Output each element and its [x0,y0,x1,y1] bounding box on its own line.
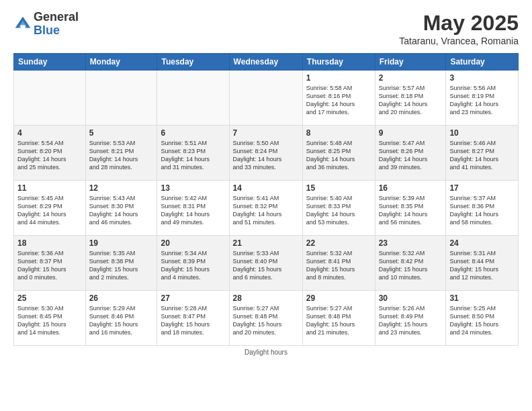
page: General Blue May 2025 Tataranu, Vrancea,… [0,0,532,411]
svg-rect-2 [21,25,26,29]
day-info: Sunrise: 5:34 AM Sunset: 8:39 PM Dayligh… [161,249,225,282]
col-header-sunday: Sunday [14,54,86,71]
day-number: 23 [379,238,443,248]
day-cell-24: 24Sunrise: 5:31 AM Sunset: 8:44 PM Dayli… [446,236,519,291]
day-number: 15 [306,183,371,193]
day-number: 8 [306,128,371,138]
day-number: 10 [449,128,515,138]
day-number: 31 [449,293,515,303]
day-info: Sunrise: 5:56 AM Sunset: 8:19 PM Dayligh… [449,84,515,117]
day-cell-17: 17Sunrise: 5:37 AM Sunset: 8:36 PM Dayli… [446,181,519,236]
col-header-wednesday: Wednesday [229,54,302,71]
day-info: Sunrise: 5:53 AM Sunset: 8:21 PM Dayligh… [89,139,154,172]
day-number: 4 [17,128,82,138]
day-info: Sunrise: 5:28 AM Sunset: 8:47 PM Dayligh… [161,304,225,337]
day-cell-13: 13Sunrise: 5:42 AM Sunset: 8:31 PM Dayli… [157,181,229,236]
day-info: Sunrise: 5:46 AM Sunset: 8:27 PM Dayligh… [449,139,515,172]
day-cell-31: 31Sunrise: 5:25 AM Sunset: 8:50 PM Dayli… [446,291,519,346]
day-number: 17 [449,183,515,193]
col-header-tuesday: Tuesday [157,54,229,71]
day-cell-3: 3Sunrise: 5:56 AM Sunset: 8:19 PM Daylig… [446,71,519,126]
day-cell-empty [85,71,157,126]
day-number: 13 [161,183,225,193]
day-info: Sunrise: 5:32 AM Sunset: 8:42 PM Dayligh… [379,249,443,282]
calendar-header-row: SundayMondayTuesdayWednesdayThursdayFrid… [14,54,519,71]
day-number: 19 [89,238,154,248]
day-cell-16: 16Sunrise: 5:39 AM Sunset: 8:35 PM Dayli… [375,181,446,236]
week-row-3: 11Sunrise: 5:45 AM Sunset: 8:29 PM Dayli… [14,181,519,236]
week-row-1: 1Sunrise: 5:58 AM Sunset: 8:16 PM Daylig… [14,71,519,126]
col-header-friday: Friday [375,54,446,71]
day-info: Sunrise: 5:45 AM Sunset: 8:29 PM Dayligh… [17,194,82,227]
day-info: Sunrise: 5:35 AM Sunset: 8:38 PM Dayligh… [89,249,154,282]
day-cell-30: 30Sunrise: 5:26 AM Sunset: 8:49 PM Dayli… [375,291,446,346]
day-cell-7: 7Sunrise: 5:50 AM Sunset: 8:24 PM Daylig… [229,126,302,181]
day-info: Sunrise: 5:31 AM Sunset: 8:44 PM Dayligh… [449,249,515,282]
col-header-monday: Monday [85,54,157,71]
day-cell-15: 15Sunrise: 5:40 AM Sunset: 8:33 PM Dayli… [302,181,375,236]
day-cell-12: 12Sunrise: 5:43 AM Sunset: 8:30 PM Dayli… [85,181,157,236]
day-info: Sunrise: 5:30 AM Sunset: 8:45 PM Dayligh… [17,304,82,337]
day-cell-19: 19Sunrise: 5:35 AM Sunset: 8:38 PM Dayli… [85,236,157,291]
day-info: Sunrise: 5:50 AM Sunset: 8:24 PM Dayligh… [233,139,299,172]
day-cell-26: 26Sunrise: 5:29 AM Sunset: 8:46 PM Dayli… [85,291,157,346]
day-cell-5: 5Sunrise: 5:53 AM Sunset: 8:21 PM Daylig… [85,126,157,181]
col-header-saturday: Saturday [446,54,519,71]
day-cell-empty [157,71,229,126]
day-number: 26 [89,293,154,303]
day-number: 9 [379,128,443,138]
day-number: 12 [89,183,154,193]
location-subtitle: Tataranu, Vrancea, Romania [399,36,519,46]
day-cell-empty [14,71,86,126]
day-cell-20: 20Sunrise: 5:34 AM Sunset: 8:39 PM Dayli… [157,236,229,291]
day-info: Sunrise: 5:25 AM Sunset: 8:50 PM Dayligh… [449,304,515,337]
col-header-thursday: Thursday [302,54,375,71]
day-info: Sunrise: 5:27 AM Sunset: 8:48 PM Dayligh… [306,304,371,337]
day-cell-10: 10Sunrise: 5:46 AM Sunset: 8:27 PM Dayli… [446,126,519,181]
week-row-5: 25Sunrise: 5:30 AM Sunset: 8:45 PM Dayli… [14,291,519,346]
day-info: Sunrise: 5:37 AM Sunset: 8:36 PM Dayligh… [449,194,515,227]
day-number: 29 [306,293,371,303]
logo-blue: Blue [34,24,79,38]
day-number: 21 [233,238,299,248]
day-info: Sunrise: 5:32 AM Sunset: 8:41 PM Dayligh… [306,249,371,282]
day-info: Sunrise: 5:54 AM Sunset: 8:20 PM Dayligh… [17,139,82,172]
day-cell-11: 11Sunrise: 5:45 AM Sunset: 8:29 PM Dayli… [14,181,86,236]
logo-icon [13,15,32,34]
day-number: 28 [233,293,299,303]
day-info: Sunrise: 5:33 AM Sunset: 8:40 PM Dayligh… [233,249,299,282]
day-number: 1 [306,73,371,83]
day-cell-2: 2Sunrise: 5:57 AM Sunset: 8:18 PM Daylig… [375,71,446,126]
day-cell-4: 4Sunrise: 5:54 AM Sunset: 8:20 PM Daylig… [14,126,86,181]
day-number: 27 [161,293,225,303]
day-info: Sunrise: 5:39 AM Sunset: 8:35 PM Dayligh… [379,194,443,227]
day-info: Sunrise: 5:47 AM Sunset: 8:26 PM Dayligh… [379,139,443,172]
day-cell-8: 8Sunrise: 5:48 AM Sunset: 8:25 PM Daylig… [302,126,375,181]
day-info: Sunrise: 5:27 AM Sunset: 8:48 PM Dayligh… [233,304,299,337]
day-number: 25 [17,293,82,303]
day-number: 7 [233,128,299,138]
day-number: 14 [233,183,299,193]
day-cell-23: 23Sunrise: 5:32 AM Sunset: 8:42 PM Dayli… [375,236,446,291]
day-number: 11 [17,183,82,193]
day-info: Sunrise: 5:41 AM Sunset: 8:32 PM Dayligh… [233,194,299,227]
day-cell-1: 1Sunrise: 5:58 AM Sunset: 8:16 PM Daylig… [302,71,375,126]
logo-text: General Blue [34,11,79,38]
day-number: 3 [449,73,515,83]
day-cell-25: 25Sunrise: 5:30 AM Sunset: 8:45 PM Dayli… [14,291,86,346]
logo-general: General [34,11,79,24]
day-info: Sunrise: 5:48 AM Sunset: 8:25 PM Dayligh… [306,139,371,172]
day-number: 2 [379,73,443,83]
day-info: Sunrise: 5:36 AM Sunset: 8:37 PM Dayligh… [17,249,82,282]
title-area: May 2025 Tataranu, Vrancea, Romania [399,11,519,46]
day-cell-6: 6Sunrise: 5:51 AM Sunset: 8:23 PM Daylig… [157,126,229,181]
day-info: Sunrise: 5:43 AM Sunset: 8:30 PM Dayligh… [89,194,154,227]
day-info: Sunrise: 5:26 AM Sunset: 8:49 PM Dayligh… [379,304,443,337]
day-info: Sunrise: 5:51 AM Sunset: 8:23 PM Dayligh… [161,139,225,172]
day-cell-14: 14Sunrise: 5:41 AM Sunset: 8:32 PM Dayli… [229,181,302,236]
day-number: 20 [161,238,225,248]
header: General Blue May 2025 Tataranu, Vrancea,… [13,11,519,46]
day-cell-22: 22Sunrise: 5:32 AM Sunset: 8:41 PM Dayli… [302,236,375,291]
day-info: Sunrise: 5:57 AM Sunset: 8:18 PM Dayligh… [379,84,443,117]
week-row-2: 4Sunrise: 5:54 AM Sunset: 8:20 PM Daylig… [14,126,519,181]
